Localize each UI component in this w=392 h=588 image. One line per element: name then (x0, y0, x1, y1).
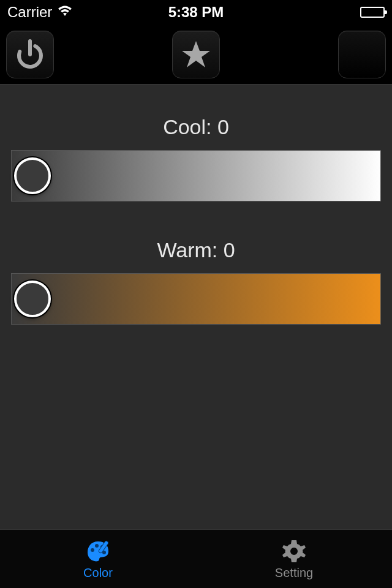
star-icon (179, 37, 213, 72)
cool-slider-thumb[interactable] (14, 157, 51, 194)
status-bar: Carrier 5:38 PM (0, 0, 392, 24)
tab-setting[interactable]: Setting (196, 530, 392, 588)
time-label: 5:38 PM (168, 4, 224, 21)
power-button[interactable] (6, 31, 54, 78)
svg-point-2 (91, 548, 94, 552)
wifi-icon (57, 4, 73, 21)
svg-point-7 (290, 548, 298, 555)
tab-color-label: Color (83, 566, 113, 580)
warm-slider-thumb[interactable] (14, 281, 51, 317)
gear-icon (281, 538, 307, 565)
warm-slider[interactable] (11, 273, 381, 325)
palette-icon (85, 538, 111, 565)
battery-icon (360, 7, 385, 18)
power-icon (13, 37, 47, 72)
tab-color[interactable]: Color (0, 530, 196, 588)
tab-bar: Color Setting (0, 529, 392, 588)
status-right (360, 7, 385, 18)
toolbar (0, 24, 392, 85)
warm-label: Warm: 0 (11, 238, 381, 262)
svg-point-3 (95, 544, 99, 548)
cool-slider[interactable] (11, 150, 381, 202)
carrier-label: Carrier (7, 4, 52, 21)
cool-label: Cool: 0 (11, 115, 381, 139)
blank-button[interactable] (338, 31, 386, 78)
tab-setting-label: Setting (275, 566, 313, 580)
cool-slider-group: Cool: 0 (11, 115, 381, 202)
warm-slider-group: Warm: 0 (11, 238, 381, 325)
status-left: Carrier (7, 4, 73, 21)
content: Cool: 0 Warm: 0 (0, 85, 392, 325)
favorite-button[interactable] (172, 31, 220, 78)
